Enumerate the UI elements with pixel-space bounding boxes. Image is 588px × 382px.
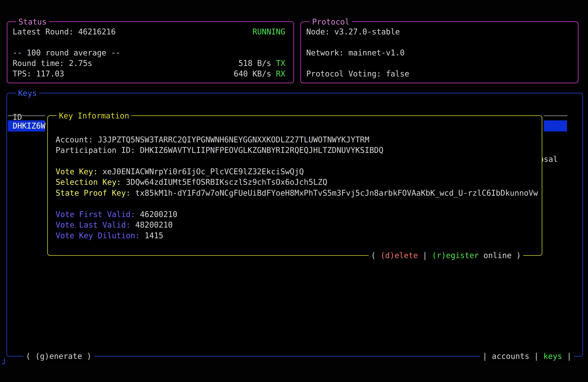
vote-last-valid-line: Vote Last Valid: 48200210 <box>56 220 173 230</box>
vote-key-dilution-value: 1415 <box>145 231 163 240</box>
controls-online-suffix: online ) <box>479 251 521 260</box>
keys-panel-title: Keys <box>16 88 39 98</box>
register-online-button[interactable]: (r)egister <box>432 251 479 260</box>
selection-key-label: Selection Key: <box>56 178 126 187</box>
state-proof-key-line: State Proof Key: tx85kM1h-dY1Fd7w7oNCgFU… <box>56 188 538 198</box>
vote-key-line: Vote Key: xeJ0ENIACWNrpYi0r6IjOc_PlcVCE9… <box>56 166 304 177</box>
tab-bar-lead-pipe: | <box>483 352 492 361</box>
round-time-text: Round time: 2.75s <box>13 58 92 68</box>
tab-keys[interactable]: keys <box>544 352 562 361</box>
selected-key-row-right-segment[interactable] <box>544 120 567 131</box>
tab-bar-tail-pipe: | <box>562 352 571 361</box>
participation-id-text: Participation ID: DHKIZ6WAVTYLIIPNFPEOVG… <box>56 145 383 155</box>
round-average-header: -- 100 round average -- <box>13 47 120 58</box>
account-text: Account: J3JPZTQ5NSW3TARRC2QIYPGNWNH6NEY… <box>56 134 369 145</box>
rx-rate-value: 640 KB/s <box>234 69 276 78</box>
tab-accounts[interactable]: accounts <box>492 352 529 361</box>
latest-round-text: Latest Round: 46216216 <box>13 26 116 37</box>
border-corner-artifact: ╯ <box>2 360 7 368</box>
node-version-text: Node: v3.27.0-stable <box>306 26 400 37</box>
selection-key-line: Selection Key: 3DQw64zdIUMt5EfOSRBIKsczl… <box>56 177 327 187</box>
keys-panel: Keys ID Address Active Last Vote Last Bl… <box>6 93 583 357</box>
protocol-voting-text: Protocol Voting: false <box>306 68 409 79</box>
vote-key-dilution-label: Vote Key Dilution: <box>56 231 145 240</box>
vote-first-valid-line: Vote First Valid: 46200210 <box>56 209 177 220</box>
state-proof-key-label: State Proof Key: <box>56 189 135 197</box>
header-separator-left <box>8 115 45 116</box>
vote-key-label: Vote Key: <box>56 167 103 176</box>
tx-rate-unit: TX <box>276 59 285 68</box>
status-panel-title: Status <box>16 17 49 27</box>
keys-table-header: ID Address Active Last Vote Last Block P… <box>7 101 582 112</box>
delete-key-button[interactable]: (d)elete <box>380 251 418 260</box>
controls-divider: | <box>418 251 432 260</box>
key-information-popup: Key Information Account: J3JPZTQ5NSW3TAR… <box>47 115 542 256</box>
selected-key-row[interactable]: DHKIZ6W <box>8 120 45 131</box>
tx-rate: 518 B/s TX <box>238 58 285 68</box>
terminal-screen: Status Latest Round: 46216216 RUNNING --… <box>0 0 588 382</box>
selection-key-value: 3DQw64zdIUMt5EfOSRBIKsczlSz9chTsOx6oJch5… <box>126 178 327 187</box>
header-separator-right <box>544 115 567 116</box>
protocol-panel-title: Protocol <box>310 17 352 27</box>
key-popup-controls: ( (d)elete | (r)egister online ) <box>369 250 523 261</box>
protocol-panel: Protocol Node: v3.27.0-stable Network: m… <box>300 21 578 83</box>
node-state-badge: RUNNING <box>252 26 285 37</box>
vote-first-valid-label: Vote First Valid: <box>56 210 140 219</box>
view-tab-bar: | accounts | keys | <box>480 351 574 361</box>
vote-key-dilution-line: Vote Key Dilution: 1415 <box>56 230 163 241</box>
key-information-title: Key Information <box>57 110 131 121</box>
vote-last-valid-label: Vote Last Valid: <box>56 220 135 229</box>
state-proof-key-value: tx85kM1h-dY1Fd7w7oNCgFUeUiBdFYoeH8MxPhTv… <box>135 189 538 197</box>
vote-first-valid-value: 46200210 <box>140 210 177 219</box>
generate-key-button[interactable]: ( (g)enerate ) <box>23 351 94 361</box>
tx-rate-value: 518 B/s <box>238 59 276 68</box>
vote-last-valid-value: 48200210 <box>135 220 173 229</box>
rx-rate-unit: RX <box>276 69 285 78</box>
network-text: Network: mainnet-v1.0 <box>306 47 405 58</box>
controls-open-paren: ( <box>371 251 380 260</box>
vote-key-value: xeJ0ENIACWNrpYi0r6IjOc_PlcVCE9lZ32EkciSw… <box>103 167 304 176</box>
status-panel: Status Latest Round: 46216216 RUNNING --… <box>7 21 294 83</box>
tab-bar-mid-pipe: | <box>529 352 543 361</box>
tps-text: TPS: 117.03 <box>13 68 64 79</box>
rx-rate: 640 KB/s RX <box>234 68 285 79</box>
